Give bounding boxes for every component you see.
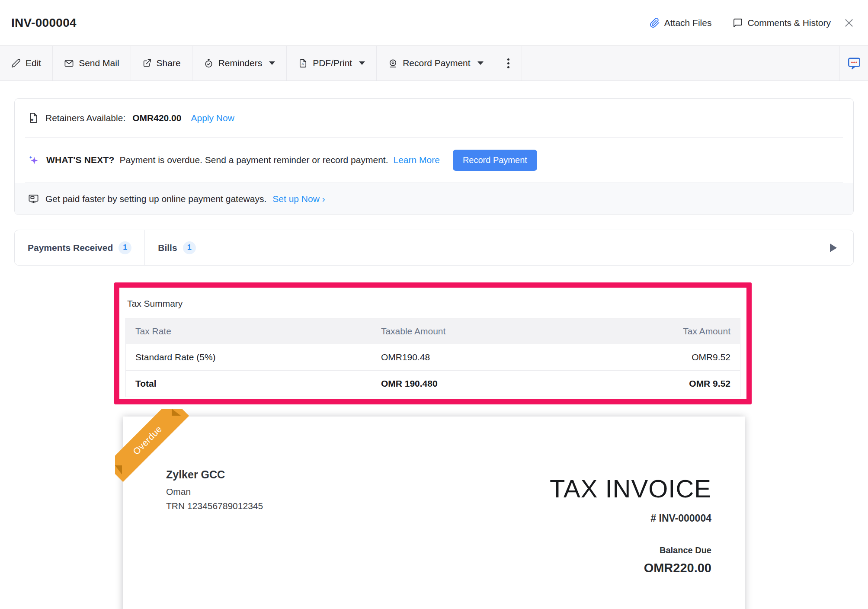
close-button[interactable] — [841, 15, 857, 31]
more-vertical-icon — [507, 58, 509, 61]
send-mail-label: Send Mail — [79, 58, 119, 68]
edit-button[interactable]: Edit — [0, 46, 53, 80]
ribbon-fold-top — [172, 409, 181, 416]
comments-history-label: Comments & History — [747, 18, 831, 28]
whats-next-message: Payment is overdue. Send a payment remin… — [120, 155, 388, 165]
feedback-chat-icon — [846, 55, 862, 71]
company-country: Oman — [166, 487, 263, 497]
chevron-down-icon — [477, 61, 484, 65]
total-tax-amount: OMR 9.52 — [605, 371, 740, 397]
page-header: INV-000004 Attach Files Comments & Histo… — [0, 0, 868, 45]
total-taxable-amount: OMR 190.480 — [372, 371, 605, 397]
balance-due-label: Balance Due — [660, 545, 711, 555]
tab-bills[interactable]: Bills 1 — [145, 230, 208, 265]
whats-next-label: WHAT'S NEXT? — [46, 155, 115, 165]
header-divider — [722, 16, 722, 29]
col-tax-rate: Tax Rate — [126, 318, 372, 344]
monitor-icon — [28, 193, 39, 205]
comment-icon — [733, 18, 743, 28]
close-icon — [843, 17, 855, 29]
taxable-amount-value: OMR190.48 — [372, 344, 605, 371]
pdf-print-button[interactable]: A PDF/Print — [287, 46, 377, 80]
related-panels-card: Payments Received 1 Bills 1 — [14, 230, 854, 266]
gateway-row: Get paid faster by setting up online pay… — [15, 183, 853, 215]
paperclip-icon — [650, 18, 660, 28]
share-button[interactable]: Share — [131, 46, 192, 80]
tab-bills-label: Bills — [158, 243, 177, 253]
invoice-number: # INV-000004 — [650, 513, 711, 524]
tax-table-row: Standard Rate (5%) OMR190.48 OMR9.52 — [126, 344, 740, 371]
svg-text:★: ★ — [30, 118, 34, 122]
reminders-button[interactable]: Reminders — [192, 46, 287, 80]
notice-card: ★ Retainers Available: OMR420.00 Apply N… — [14, 98, 854, 215]
toolbar: Edit Send Mail Share Reminders A PDF/Pri… — [0, 45, 868, 81]
tax-summary-table: Tax Rate Taxable Amount Tax Amount Stand… — [125, 318, 740, 397]
learn-more-link[interactable]: Learn More — [393, 155, 439, 165]
attach-files-button[interactable]: Attach Files — [650, 18, 712, 28]
share-icon — [142, 58, 152, 68]
invoice-title-block: TAX INVOICE # INV-000004 Balance Due OMR… — [550, 476, 711, 575]
tab-payments-received[interactable]: Payments Received 1 — [15, 230, 144, 265]
company-block: Zylker GCC Oman TRN 123456789012345 — [166, 468, 263, 515]
more-actions-button[interactable] — [495, 46, 522, 80]
document-title: TAX INVOICE — [550, 476, 711, 501]
record-payment-icon — [388, 58, 398, 68]
record-payment-dropdown-button[interactable]: Record Payment — [377, 46, 495, 80]
send-mail-button[interactable]: Send Mail — [53, 46, 131, 80]
tab-payments-received-label: Payments Received — [28, 243, 113, 253]
company-trn: TRN 123456789012345 — [166, 501, 263, 511]
invoice-detail-screen: INV-000004 Attach Files Comments & Histo… — [0, 0, 868, 609]
mail-icon — [64, 58, 74, 68]
retainers-label: Retainers Available: — [45, 113, 125, 123]
comments-history-button[interactable]: Comments & History — [733, 18, 831, 28]
feedback-button[interactable] — [839, 46, 868, 80]
sparkle-icon — [28, 154, 39, 166]
header-actions: Attach Files Comments & History — [650, 15, 857, 31]
share-label: Share — [157, 58, 181, 68]
apply-now-link[interactable]: Apply Now — [191, 113, 234, 123]
retainer-document-icon: ★ — [28, 112, 39, 124]
record-payment-dropdown-label: Record Payment — [403, 58, 470, 68]
attach-files-label: Attach Files — [664, 18, 712, 28]
pencil-icon — [11, 58, 21, 68]
payments-received-count-badge: 1 — [119, 241, 131, 254]
reminders-label: Reminders — [218, 58, 263, 68]
page-title: INV-000004 — [11, 16, 77, 30]
retainers-amount: OMR420.00 — [132, 113, 181, 123]
whats-next-row: WHAT'S NEXT? Payment is overdue. Send a … — [15, 138, 853, 183]
pdf-print-label: PDF/Print — [313, 58, 352, 68]
edit-label: Edit — [26, 58, 41, 68]
balance-due-amount: OMR220.00 — [644, 561, 711, 575]
tax-table-total-row: Total OMR 190.480 OMR 9.52 — [126, 371, 740, 397]
chevron-down-icon — [359, 61, 365, 65]
invoice-preview: Overdue Zylker GCC Oman TRN 123456789012… — [123, 417, 745, 609]
svg-text:A: A — [301, 62, 304, 66]
tax-summary-title: Tax Summary — [119, 288, 746, 318]
reminder-clock-icon — [204, 58, 214, 68]
setup-now-link[interactable]: Set up Now › — [272, 194, 325, 204]
retainers-row: ★ Retainers Available: OMR420.00 Apply N… — [15, 99, 853, 137]
ribbon-fold-left — [115, 465, 122, 474]
record-payment-button[interactable]: Record Payment — [453, 150, 537, 171]
tax-amount-value: OMR9.52 — [605, 344, 740, 371]
company-name: Zylker GCC — [166, 468, 263, 481]
col-taxable-amount: Taxable Amount — [372, 318, 605, 344]
pdf-file-icon: A — [298, 58, 308, 68]
tax-summary-highlight-annotation: Tax Summary Tax Rate Taxable Amount Tax … — [114, 282, 752, 404]
chevron-down-icon — [269, 61, 275, 65]
gateway-message: Get paid faster by setting up online pay… — [45, 194, 266, 204]
tax-rate-value: Standard Rate (5%) — [126, 344, 372, 371]
bills-count-badge: 1 — [183, 241, 196, 254]
col-tax-amount: Tax Amount — [605, 318, 740, 344]
tax-table-header-row: Tax Rate Taxable Amount Tax Amount — [126, 318, 740, 344]
total-label: Total — [126, 371, 372, 397]
chevron-right-icon[interactable] — [830, 244, 837, 252]
toolbar-spacer — [522, 46, 839, 80]
overdue-ribbon-label: Overdue — [131, 424, 164, 457]
